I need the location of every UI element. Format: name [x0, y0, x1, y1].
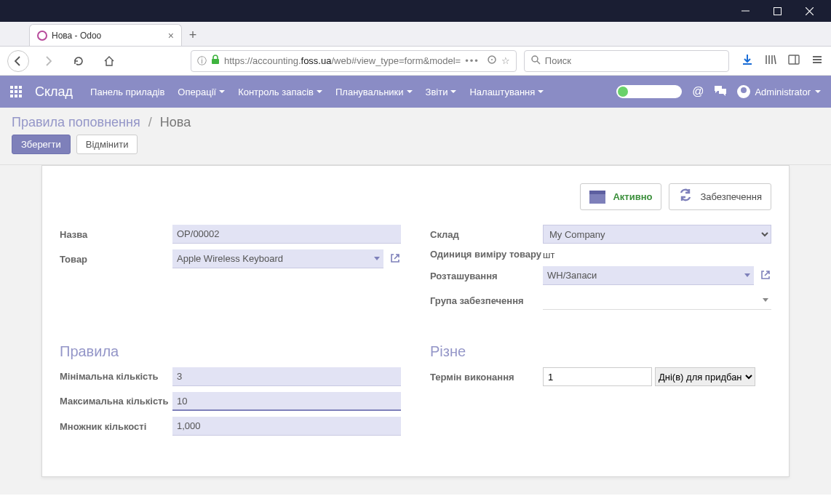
forward-button[interactable] — [36, 49, 60, 73]
dropdown-caret-icon[interactable] — [741, 266, 754, 285]
url-text: https://accounting.foss.ua/web#view_type… — [224, 55, 461, 66]
svg-rect-4 — [789, 55, 799, 64]
window-close-button[interactable] — [793, 0, 825, 22]
chat-icon[interactable] — [714, 85, 727, 99]
breadcrumb-root[interactable]: Правила поповнення — [12, 115, 140, 129]
svg-rect-0 — [774, 7, 781, 15]
external-link-icon[interactable] — [389, 252, 401, 266]
nav-settings[interactable]: Налаштування — [469, 87, 544, 97]
downloads-icon[interactable] — [741, 53, 754, 68]
nav-reports[interactable]: Звіти — [426, 87, 457, 97]
tab-title: Нова - Odoo — [52, 31, 101, 41]
tab-close-icon[interactable]: × — [168, 30, 174, 41]
browser-tabstrip: Нова - Odoo × + — [0, 22, 831, 47]
app-navbar: Склад Панель приладів Операції Контроль … — [0, 76, 831, 108]
menu-icon[interactable] — [811, 53, 824, 68]
url-bar[interactable]: ⓘ https://accounting.foss.ua/web#view_ty… — [191, 50, 517, 72]
section-rules: Правила — [60, 343, 401, 360]
reload-button[interactable] — [67, 49, 90, 73]
svg-rect-1 — [212, 59, 219, 64]
chevron-down-icon — [317, 90, 322, 93]
back-button[interactable] — [7, 50, 29, 72]
svg-point-3 — [532, 56, 538, 62]
user-menu[interactable]: Administrator — [737, 85, 821, 98]
chevron-down-icon — [219, 90, 225, 93]
archive-icon — [589, 191, 605, 204]
browser-tab[interactable]: Нова - Odoo × — [29, 24, 182, 46]
search-bar[interactable] — [524, 50, 729, 72]
nav-dashboard[interactable]: Панель приладів — [90, 87, 164, 97]
trial-pill[interactable] — [616, 85, 682, 98]
odoo-favicon — [37, 31, 47, 41]
status-procurement-label: Забезпечення — [700, 191, 762, 202]
chevron-down-icon — [450, 90, 456, 93]
reader-icon[interactable] — [487, 55, 497, 67]
external-link-icon[interactable] — [760, 269, 771, 283]
input-qty-multiple[interactable] — [172, 417, 401, 436]
window-minimize-button[interactable] — [729, 0, 761, 22]
nav-schedulers[interactable]: Планувальники — [335, 87, 413, 97]
save-button[interactable]: Зберегти — [12, 135, 71, 154]
url-more-icon[interactable]: ••• — [465, 55, 480, 66]
breadcrumb: Правила поповнення / Нова — [12, 115, 819, 130]
section-misc: Різне — [430, 343, 771, 360]
chevron-down-icon — [538, 90, 544, 93]
input-location[interactable] — [543, 266, 741, 285]
label-warehouse: Склад — [430, 229, 543, 240]
label-uom: Одиниця виміру товару — [430, 249, 543, 260]
label-min-qty: Мінімальна кількість — [60, 372, 172, 382]
input-lead-days[interactable] — [543, 367, 652, 386]
status-active-button[interactable]: Активно — [580, 183, 661, 210]
refresh-icon — [678, 188, 693, 205]
select-lead-type[interactable]: Дні(в) для придбан — [655, 367, 755, 386]
input-min-qty[interactable] — [172, 367, 401, 386]
user-name: Administrator — [755, 87, 811, 97]
label-proc-group: Група забезпечення — [430, 295, 543, 306]
status-active-label: Активно — [613, 191, 652, 202]
label-location: Розташування — [430, 271, 543, 281]
lock-icon — [211, 55, 220, 67]
dropdown-caret-icon[interactable] — [370, 249, 383, 268]
app-brand[interactable]: Склад — [35, 84, 73, 100]
value-uom: шт — [543, 249, 554, 260]
sidebar-icon[interactable] — [787, 53, 800, 68]
search-icon — [530, 55, 541, 67]
bookmark-star-icon[interactable]: ☆ — [501, 55, 510, 66]
label-max-qty: Максимальна кількість — [60, 396, 172, 407]
select-warehouse[interactable]: My Company — [543, 225, 771, 244]
chevron-down-icon — [407, 90, 413, 93]
label-product: Товар — [60, 254, 172, 265]
input-name[interactable] — [172, 225, 401, 244]
label-name: Назва — [60, 229, 172, 240]
user-avatar-icon — [737, 85, 750, 98]
discard-button[interactable]: Відмінити — [76, 135, 138, 154]
window-titlebar — [0, 0, 831, 22]
home-button[interactable] — [98, 49, 121, 73]
new-tab-button[interactable]: + — [182, 24, 204, 46]
nav-operations[interactable]: Операції — [178, 87, 225, 97]
search-input[interactable] — [545, 55, 723, 66]
window-maximize-button[interactable] — [761, 0, 793, 22]
input-max-qty[interactable] — [172, 392, 401, 411]
chevron-down-icon — [815, 90, 821, 93]
browser-toolbar: ⓘ https://accounting.foss.ua/web#view_ty… — [0, 47, 831, 76]
input-proc-group[interactable] — [543, 291, 771, 310]
library-icon[interactable] — [764, 53, 777, 68]
at-icon[interactable]: @ — [692, 85, 704, 98]
apps-icon[interactable] — [10, 86, 22, 97]
nav-inventory-control[interactable]: Контроль запасів — [238, 87, 322, 97]
label-qty-multiple: Множник кількості — [60, 421, 172, 432]
input-product[interactable] — [172, 249, 370, 268]
status-procurement-button[interactable]: Забезпечення — [669, 183, 771, 210]
breadcrumb-separator: / — [148, 115, 152, 129]
breadcrumb-current: Нова — [160, 115, 191, 129]
form-sheet: Активно Забезпечення Назва Товар — [41, 165, 790, 477]
control-panel: Правила поповнення / Нова Зберегти Відмі… — [0, 108, 831, 165]
label-lead-time: Термін виконання — [430, 372, 543, 383]
site-info-icon[interactable]: ⓘ — [197, 55, 207, 68]
